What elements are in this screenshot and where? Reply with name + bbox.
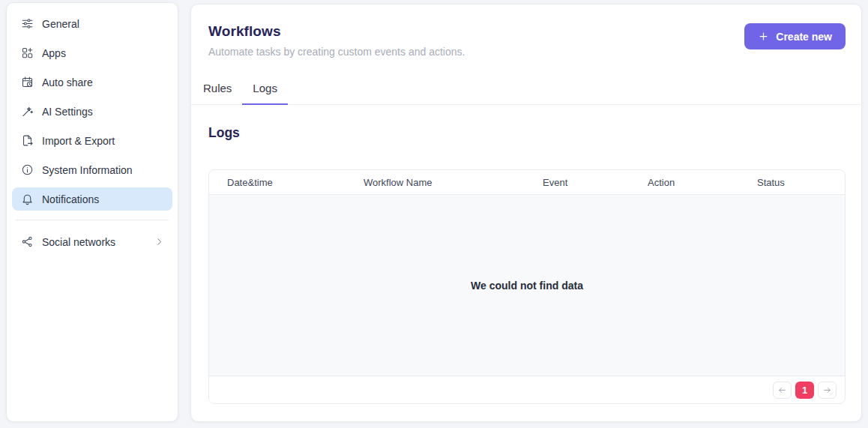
- file-export-icon: [20, 134, 34, 148]
- panel-header: Workflows Automate tasks by creating cus…: [191, 4, 861, 58]
- sidebar-item-label: System Information: [42, 164, 133, 176]
- bell-icon: [20, 193, 34, 206]
- workflows-panel: Workflows Automate tasks by creating cus…: [190, 4, 862, 422]
- next-page-button[interactable]: [818, 382, 837, 399]
- sidebar-item-label: Apps: [42, 47, 66, 59]
- title-block: Workflows Automate tasks by creating cus…: [208, 23, 465, 58]
- sidebar-item-social-networks[interactable]: Social networks: [12, 230, 172, 253]
- sidebar-item-apps[interactable]: Apps: [12, 41, 172, 64]
- sidebar-item-auto-share[interactable]: Auto share: [12, 70, 172, 94]
- sidebar-item-ai-settings[interactable]: AI Settings: [12, 100, 172, 123]
- sidebar-item-label: AI Settings: [42, 106, 93, 118]
- empty-state-message: We could not find data: [471, 280, 583, 292]
- share-nodes-icon: [20, 235, 34, 249]
- calendar-clock-icon: [20, 76, 34, 89]
- sidebar-divider: [16, 220, 169, 220]
- previous-page-button[interactable]: [773, 382, 792, 399]
- page-number-badge[interactable]: 1: [795, 382, 814, 399]
- column-header-datetime: Date&time: [209, 177, 346, 188]
- logs-section-title: Logs: [208, 125, 844, 141]
- column-header-status: Status: [739, 177, 845, 188]
- tab-rules[interactable]: Rules: [193, 75, 242, 105]
- chevron-right-icon: [154, 237, 164, 247]
- column-header-workflow-name: Workflow Name: [346, 177, 525, 188]
- apps-plus-icon: [20, 46, 34, 60]
- tab-logs[interactable]: Logs: [242, 75, 288, 105]
- info-circle-icon: [20, 163, 34, 177]
- page-title: Workflows: [208, 23, 465, 40]
- sidebar-item-label: Notifications: [42, 193, 99, 205]
- column-header-event: Event: [525, 177, 630, 188]
- pagination: 1: [209, 376, 845, 403]
- plus-icon: [758, 31, 769, 42]
- arrow-left-icon: [777, 385, 787, 395]
- column-header-action: Action: [630, 177, 739, 188]
- page-subtitle: Automate tasks by creating custom events…: [208, 46, 465, 58]
- arrow-right-icon: [822, 385, 832, 395]
- sidebar-item-label: Social networks: [42, 236, 115, 248]
- sidebar-item-label: Import & Export: [42, 135, 115, 147]
- logs-table: Date&time Workflow Name Event Action Sta…: [208, 169, 846, 404]
- sidebar-item-general[interactable]: General: [12, 12, 172, 35]
- sliders-icon: [20, 17, 34, 31]
- sidebar-item-notifications[interactable]: Notifications: [12, 187, 172, 211]
- settings-sidebar: General Apps Auto share AI Settings Impo…: [6, 2, 178, 422]
- sidebar-item-system-information[interactable]: System Information: [12, 158, 172, 181]
- sidebar-item-label: General: [42, 18, 79, 30]
- sidebar-item-import-export[interactable]: Import & Export: [12, 129, 172, 152]
- logs-table-header: Date&time Workflow Name Event Action Sta…: [209, 170, 845, 195]
- create-new-label: Create new: [776, 31, 832, 43]
- sidebar-item-label: Auto share: [42, 76, 93, 88]
- create-new-button[interactable]: Create new: [744, 23, 846, 49]
- workflows-tabs: Rules Logs: [191, 75, 861, 105]
- magic-wand-icon: [20, 105, 34, 118]
- logs-table-body: We could not find data: [209, 195, 845, 376]
